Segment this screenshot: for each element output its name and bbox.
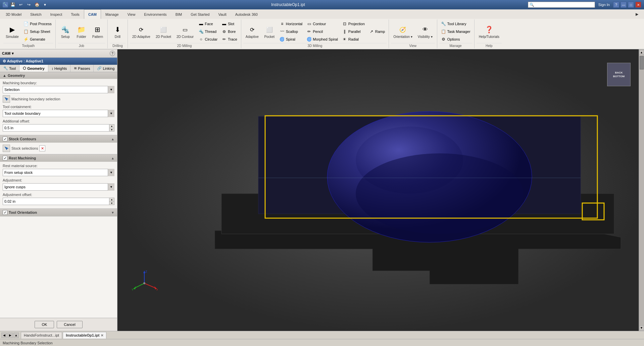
boundary-selection-icon-btn[interactable]: [3, 95, 10, 103]
tool-orientation-header[interactable]: ✓ Tool Orientation ▼: [0, 209, 117, 216]
adj-offset-spin-down[interactable]: ▼: [109, 201, 114, 205]
3d-adaptive-button[interactable]: ⟳ Adaptive: [243, 22, 261, 41]
tab-left-btn[interactable]: ◀: [1, 333, 7, 338]
folder-button[interactable]: 📁 Folder: [74, 22, 89, 41]
2d-contour-button[interactable]: ▭ 2D Contour: [174, 22, 196, 41]
tab-cam[interactable]: CAM: [84, 9, 101, 19]
3d-contour-button[interactable]: ▭ Contour: [305, 20, 340, 28]
pencil-button[interactable]: ✏ Pencil: [305, 28, 340, 35]
2d-pocket-button[interactable]: ⬜ 2D Pocket: [153, 22, 174, 41]
tab-vault[interactable]: Vault: [214, 9, 231, 19]
bore-button[interactable]: ⊚ Bore: [220, 28, 239, 35]
stock-clear-button[interactable]: ✕: [39, 145, 45, 151]
tab-geometry[interactable]: ⬡ Geometry: [19, 65, 48, 72]
cancel-button[interactable]: Cancel: [57, 321, 82, 328]
ok-button[interactable]: OK: [35, 321, 54, 328]
tab-getstarted[interactable]: Get Started: [186, 9, 214, 19]
signin-btn[interactable]: Sign In: [596, 1, 612, 8]
minimize-btn[interactable]: —: [621, 2, 627, 8]
navigation-cube[interactable]: BACK BOTTOM: [607, 63, 631, 86]
tab-right-btn[interactable]: ▶: [7, 333, 13, 338]
setup-button[interactable]: 🔩 Setup: [58, 22, 73, 41]
rest-machining-header[interactable]: ✓ Rest Machining ▲: [0, 154, 117, 162]
tab-new-btn[interactable]: ▲: [13, 333, 19, 338]
tab-view[interactable]: View: [123, 9, 140, 19]
options-button[interactable]: ⚙ Options: [439, 36, 472, 43]
spiral-button[interactable]: 🌀 Spiral: [278, 36, 304, 43]
task-manager-button[interactable]: 📋 Task Manager: [439, 28, 472, 35]
parallel-button[interactable]: ∥ Parallel: [340, 28, 366, 35]
stock-selection-icon-btn[interactable]: [3, 145, 10, 152]
tab-3dmodel[interactable]: 3D Model: [1, 9, 26, 19]
cam-help-icon[interactable]: ?: [110, 51, 115, 56]
3d-pocket-button[interactable]: ⬜ Pocket: [262, 22, 277, 41]
viewport[interactable]: Z X Y BACK BOTTOM ▲ ▼: [117, 49, 644, 331]
tab-inspect[interactable]: Inspect: [46, 9, 66, 19]
tab-autodesk360[interactable]: Autodesk 360: [231, 9, 262, 19]
tab-heights[interactable]: ↕ Heights: [48, 65, 71, 72]
scroll-thumb[interactable]: [640, 56, 644, 69]
tab-manage[interactable]: Manage: [101, 9, 123, 19]
doc-tab-1[interactable]: InstructableOp1.ipt ✕: [63, 332, 106, 339]
scroll-down-arrow[interactable]: ▼: [639, 326, 644, 330]
tool-containment-select[interactable]: Tool outside boundaryTool inside boundar…: [3, 110, 114, 117]
orientation-check-box[interactable]: ✓: [3, 210, 7, 215]
close-btn[interactable]: ✕: [635, 2, 641, 8]
face-button[interactable]: ▬ Face: [197, 20, 219, 28]
tab-passes[interactable]: ≋ Passes: [70, 65, 94, 72]
horizontal-button[interactable]: ≡ Horizontal: [278, 20, 304, 28]
offset-spin-down[interactable]: ▼: [109, 128, 114, 132]
cam-dropdown-arrow[interactable]: ▾: [12, 51, 14, 56]
rest-material-source-select[interactable]: From setup stockFrom previous operationF…: [3, 169, 114, 176]
orientation-collapse-arrow[interactable]: ▼: [111, 211, 114, 214]
tab-tool[interactable]: 🔧 Tool: [0, 65, 19, 72]
home-btn[interactable]: 🏠: [34, 1, 40, 8]
visibility-button[interactable]: 👁 Visibility ▾: [415, 22, 435, 41]
trace-button[interactable]: ✏ Trace: [220, 36, 239, 43]
stock-contours-header[interactable]: ✓ Stock Contours ▲: [0, 135, 117, 143]
slot-button[interactable]: ▬ Slot: [220, 20, 239, 28]
doc-tab-1-close[interactable]: ✕: [101, 334, 103, 337]
redo-btn[interactable]: ↪: [26, 1, 32, 8]
undo-btn[interactable]: ↩: [17, 1, 24, 8]
search-box[interactable]: 🔍: [528, 2, 595, 8]
radial-button[interactable]: ☀ Radial: [340, 36, 366, 43]
settings-qa-btn[interactable]: ▾: [42, 1, 48, 8]
tab-linking[interactable]: 🔗 Linking: [94, 65, 117, 72]
setup-sheet-button[interactable]: 📋 Setup Sheet: [22, 28, 53, 35]
circular-button[interactable]: ○ Circular: [197, 36, 219, 43]
adj-offset-spin-up[interactable]: ▲: [109, 198, 114, 201]
scallop-button[interactable]: 〰 Scallop: [278, 28, 304, 35]
morphed-spiral-button[interactable]: 🌀 Morphed Spiral: [305, 36, 340, 43]
machining-boundary-select[interactable]: SelectionModelStockSilhouette: [3, 86, 114, 93]
rest-check-box[interactable]: ✓: [3, 156, 7, 160]
simulate-button[interactable]: ▶ Simulate: [3, 22, 21, 41]
adjustment-offset-input[interactable]: [3, 198, 109, 205]
orientation-button[interactable]: 🧭 Orientation ▾: [391, 22, 415, 41]
tab-tools[interactable]: Tools: [66, 9, 84, 19]
offset-spin-up[interactable]: ▲: [109, 125, 114, 128]
tab-extras[interactable]: ▶: [631, 9, 643, 19]
stock-collapse-arrow[interactable]: ▲: [111, 137, 114, 141]
tool-library-button[interactable]: 🔧 Tool Library: [439, 20, 472, 28]
rest-collapse-arrow[interactable]: ▲: [111, 156, 114, 160]
projection-button[interactable]: ⊡ Projection: [340, 20, 366, 28]
stock-check-box[interactable]: ✓: [3, 137, 7, 141]
adjustment-select[interactable]: Ignore cuspsUse all cusps: [3, 183, 114, 191]
tab-environments[interactable]: Environments: [140, 9, 171, 19]
additional-offset-input[interactable]: [3, 124, 109, 132]
thread-button[interactable]: 🔩 Thread: [197, 28, 219, 35]
tab-bim[interactable]: BIM: [171, 9, 187, 19]
pattern-button[interactable]: ⊞ Pattern: [90, 22, 105, 41]
maximize-btn[interactable]: □: [628, 2, 634, 8]
viewport-scrollbar[interactable]: ▲ ▼: [639, 49, 644, 331]
scroll-up-arrow[interactable]: ▲: [639, 50, 644, 55]
save-btn[interactable]: 💾: [9, 1, 16, 8]
geometry-section-header[interactable]: ▲ Geometry: [0, 72, 117, 79]
post-process-button[interactable]: 📄 Post Process: [22, 20, 53, 28]
2d-adaptive-button[interactable]: ⟳ 2D Adaptive: [130, 22, 153, 41]
tab-sketch[interactable]: Sketch: [26, 9, 46, 19]
drill-button[interactable]: ⬇ Drill: [110, 22, 125, 41]
help-btn[interactable]: ?: [613, 2, 619, 8]
ramp-button[interactable]: ↗ Ramp: [367, 28, 387, 35]
